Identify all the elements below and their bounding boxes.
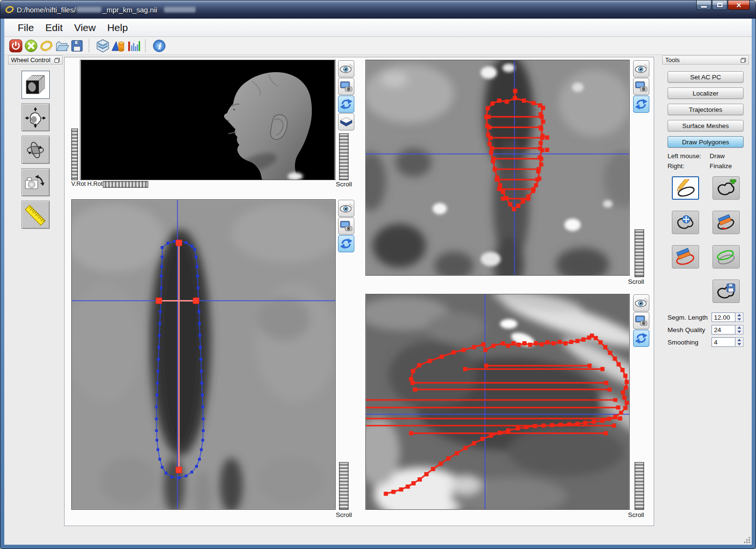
set-ac-pc-button[interactable]: Set AC PC — [668, 71, 744, 83]
measure-ruler-tool-button[interactable] — [22, 201, 50, 229]
axial-snapshot-button[interactable] — [338, 217, 354, 235]
view-sagittal[interactable] — [365, 294, 630, 510]
hrot-wheel[interactable] — [103, 181, 148, 188]
minimize-icon — [701, 6, 707, 8]
refresh-icon — [635, 98, 648, 110]
view-3d-render[interactable] — [80, 60, 336, 180]
rotate-3d-tool-button[interactable] — [22, 136, 50, 164]
coronal-visibility-button[interactable] — [633, 60, 649, 77]
maximize-icon — [717, 3, 723, 7]
left-mouse-value: Draw — [710, 152, 725, 160]
layer-stack-icon — [96, 39, 110, 53]
spin-down-icon[interactable] — [735, 317, 743, 322]
segm-length-label: Segm. Length — [668, 314, 712, 321]
save-file-button[interactable] — [69, 38, 85, 54]
toolbar: i — [4, 37, 752, 55]
sagittal-refresh-button[interactable] — [633, 330, 649, 347]
title-bar[interactable]: D:/home/nifti_files/_mpr_km_sag.nii ✕ — [0, 0, 756, 19]
close-icon: ✕ — [736, 1, 742, 9]
float-panel-icon[interactable] — [741, 58, 746, 63]
info-icon: i — [153, 39, 166, 53]
minimize-button[interactable] — [696, 0, 712, 10]
snapshot-icon — [635, 315, 648, 326]
spin-up-icon[interactable] — [735, 313, 743, 317]
open-file-button[interactable] — [54, 38, 69, 54]
maximize-button[interactable] — [712, 0, 727, 10]
delete-polygon-button[interactable] — [672, 245, 699, 269]
wheel-control-title: Wheel Control — [11, 56, 55, 64]
slice-view-tool-button[interactable] — [22, 71, 50, 99]
segm-length-input[interactable]: 12.00 — [712, 312, 735, 322]
segm-length-spinner[interactable] — [735, 312, 744, 322]
toolbar-separator — [145, 40, 149, 52]
mesh-quality-spinner[interactable] — [735, 325, 744, 334]
mesh-quality-input[interactable]: 24 — [712, 325, 735, 334]
rotation-wheel-label: V.Rot H.Rot — [71, 181, 103, 187]
sagittal-snapshot-button[interactable] — [633, 312, 649, 329]
resize-grip[interactable] — [744, 537, 750, 543]
menu-help[interactable]: Help — [101, 21, 133, 34]
open-folder-icon — [55, 39, 69, 53]
pan-view-tool-button[interactable] — [22, 103, 50, 131]
axial-scroll-wheel[interactable] — [339, 462, 349, 510]
draw-polygones-button[interactable]: Draw Polygones — [668, 136, 744, 148]
histogram-button[interactable] — [126, 38, 141, 54]
view3d-visibility-button[interactable] — [338, 60, 354, 77]
erase-part-icon — [715, 214, 736, 232]
ruler-icon — [24, 204, 46, 226]
erase-polygon-part-button[interactable] — [712, 211, 740, 234]
add-polygon-button[interactable] — [712, 176, 740, 200]
menu-file[interactable]: File — [12, 21, 40, 34]
axial-visibility-button[interactable] — [338, 200, 354, 217]
tools-title: Tools — [665, 56, 741, 64]
coronal-refresh-button[interactable] — [633, 96, 649, 113]
spin-up-icon[interactable] — [735, 338, 743, 342]
app-window: D:/home/nifti_files/_mpr_km_sag.nii ✕ Fi… — [0, 0, 756, 549]
close-file-button[interactable] — [23, 38, 39, 54]
close-button[interactable]: ✕ — [728, 0, 750, 10]
view3d-snapshot-button[interactable] — [338, 78, 354, 95]
smoothing-spinner[interactable] — [735, 337, 744, 347]
camera-rotate-tool-button[interactable] — [22, 168, 50, 196]
move-polygon-button[interactable] — [672, 211, 699, 234]
icon-grid-spacer — [672, 280, 699, 303]
spin-down-icon[interactable] — [735, 330, 743, 334]
spin-up-icon[interactable] — [735, 325, 743, 330]
view3d-refresh-button[interactable] — [338, 96, 354, 113]
view3d-clip-button[interactable] — [338, 113, 354, 130]
spin-down-icon[interactable] — [735, 342, 743, 346]
sagittal-visibility-button[interactable] — [633, 294, 649, 312]
eye-icon — [635, 298, 648, 308]
coronal-scroll-wheel[interactable] — [635, 229, 644, 277]
power-icon — [9, 39, 22, 53]
mouse-hints: Left mouse: Draw Right: Finalize — [668, 152, 744, 170]
orbit-icon — [24, 139, 46, 161]
redacted-text — [164, 7, 196, 12]
draw-polygon-button[interactable] — [672, 176, 699, 200]
localizer-button[interactable]: Localizer — [668, 87, 744, 99]
right-mouse-value: Finalize — [710, 162, 732, 170]
save-polygon-button[interactable] — [712, 280, 740, 303]
menu-view[interactable]: View — [68, 21, 101, 34]
slice-stack-icon — [24, 74, 46, 96]
gold-ring-button[interactable] — [39, 38, 54, 54]
vrot-wheel[interactable] — [71, 129, 78, 180]
surface-meshes-button[interactable]: Surface Meshes — [668, 120, 744, 131]
view3d-scroll-wheel[interactable] — [339, 133, 349, 180]
menu-edit[interactable]: Edit — [40, 21, 68, 34]
refresh-icon — [340, 98, 353, 110]
volume-render-button[interactable] — [110, 38, 126, 54]
duplicate-polygon-button[interactable] — [712, 245, 740, 269]
axial-refresh-button[interactable] — [338, 235, 354, 252]
view-coronal[interactable] — [365, 60, 630, 276]
smoothing-input[interactable]: 4 — [712, 337, 735, 347]
coronal-snapshot-button[interactable] — [633, 78, 649, 95]
quit-button[interactable] — [8, 38, 23, 54]
sagittal-scroll-wheel[interactable] — [635, 462, 644, 510]
float-panel-icon[interactable] — [55, 58, 60, 63]
layer-stack-button[interactable] — [95, 38, 110, 54]
info-button[interactable]: i — [152, 38, 167, 54]
trajectories-button[interactable]: Trajectories — [668, 104, 744, 115]
menu-bar: File Edit View Help — [4, 19, 752, 37]
view-axial[interactable] — [71, 199, 336, 510]
